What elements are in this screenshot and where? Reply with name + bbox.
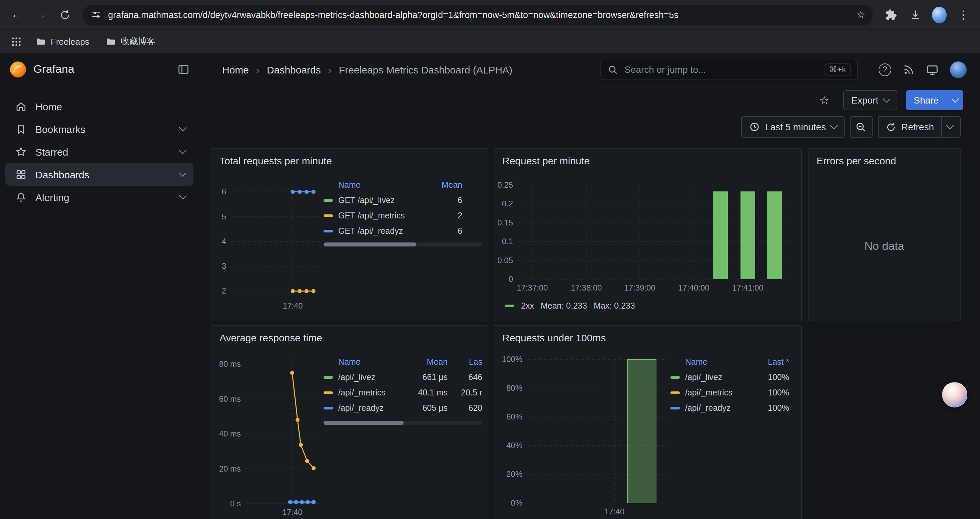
legend-header-row: Name Mean <box>323 177 462 192</box>
legend-sort-mean[interactable]: Mean <box>429 180 462 189</box>
zoom-out-button[interactable] <box>850 116 873 137</box>
sidebar-item-dashboards[interactable]: Dashboards <box>5 163 194 186</box>
legend-row[interactable]: /api/_livez 100% <box>670 369 789 385</box>
collapse-sidebar-button[interactable] <box>177 64 189 75</box>
browser-menu-icon[interactable]: ⋮ <box>952 4 975 26</box>
legend-row[interactable]: /api/_metrics 100% <box>670 385 789 400</box>
chevron-down-icon <box>179 147 187 154</box>
breadcrumb-home[interactable]: Home <box>222 64 249 75</box>
browser-profile-avatar[interactable] <box>928 4 951 26</box>
legend-sort-last[interactable]: Last * <box>753 357 789 366</box>
sidebar-item-label: Starred <box>35 146 68 157</box>
search-box[interactable]: ⌘+k <box>600 59 858 80</box>
sidebar-item-alerting[interactable]: Alerting <box>5 186 194 208</box>
apps-grid-icon[interactable] <box>7 31 25 52</box>
series-name[interactable]: /api/_livez <box>338 372 406 382</box>
sidebar-item-starred[interactable]: Starred <box>5 140 194 163</box>
chevron-down-icon[interactable] <box>946 122 954 129</box>
legend-scrollbar[interactable] <box>323 243 482 246</box>
folder-icon <box>35 37 46 46</box>
grafana-logo[interactable] <box>10 61 27 78</box>
svg-text:17:41:00: 17:41:00 <box>732 283 763 292</box>
sidebar-item-label: Home <box>35 101 62 112</box>
url-text: grafana.mathmast.com/d/deytv4rwavabkb/fr… <box>108 10 850 20</box>
series-color-swatch <box>505 305 514 307</box>
monitor-icon <box>926 63 939 76</box>
site-settings-icon[interactable] <box>91 10 102 20</box>
legend-header-row: Name Last * <box>670 354 789 369</box>
svg-text:0.05: 0.05 <box>497 256 513 265</box>
forward-button[interactable]: → <box>29 4 52 26</box>
svg-text:0.15: 0.15 <box>497 218 513 227</box>
sidebar-item-bookmarks[interactable]: Bookmarks <box>5 118 194 140</box>
help-button[interactable]: ? <box>878 63 891 76</box>
series-name[interactable]: GET /api/_livez <box>338 195 429 205</box>
series-name[interactable]: GET /api/_readyz <box>338 226 429 235</box>
floating-assistant-avatar[interactable] <box>942 382 967 407</box>
extensions-icon[interactable] <box>880 4 903 26</box>
bookmark-folder-blog[interactable]: 收藏博客 <box>99 33 161 50</box>
legend-row[interactable]: /api/_metrics 40.1 ms 20.5 r <box>323 385 482 400</box>
svg-text:17:37:00: 17:37:00 <box>517 283 548 292</box>
legend-sort-name[interactable]: Name <box>338 357 406 366</box>
folder-icon <box>105 37 116 46</box>
sidebar-item-label: Bookmarks <box>35 123 85 134</box>
time-range-label: Last 5 minutes <box>765 121 826 132</box>
series-name[interactable]: /api/_metrics <box>685 388 753 397</box>
legend-row[interactable]: /api/_readyz 605 µs 620 <box>323 400 482 415</box>
reload-button[interactable] <box>53 4 76 26</box>
user-avatar-button[interactable] <box>950 61 967 78</box>
back-button[interactable]: ← <box>5 4 28 26</box>
legend-row[interactable]: GET /api/_metrics 2 <box>323 208 462 223</box>
search-input[interactable] <box>623 64 819 75</box>
scrollbar-thumb[interactable] <box>323 421 404 425</box>
share-menu-button[interactable] <box>947 90 963 110</box>
svg-text:80 ms: 80 ms <box>219 359 241 368</box>
legend-row[interactable]: /api/_livez 661 µs 646 <box>323 369 482 385</box>
legend-scrollbar[interactable] <box>323 421 482 425</box>
bookmark-folder-freeleaps[interactable]: Freeleaps <box>29 34 95 49</box>
url-bar[interactable]: grafana.mathmast.com/d/deytv4rwavabkb/fr… <box>83 4 873 25</box>
news-button[interactable] <box>903 64 915 75</box>
legend-sort-mean[interactable]: Mean <box>406 357 448 366</box>
refresh-button[interactable]: Refresh <box>878 116 961 137</box>
legend-row[interactable]: GET /api/_readyz 6 <box>323 223 462 238</box>
series-name[interactable]: /api/_livez <box>685 372 753 382</box>
series-mean: 6 <box>429 195 462 205</box>
svg-text:40%: 40% <box>506 441 522 450</box>
kebab-menu-icon: ⋮ <box>958 8 969 22</box>
series-mean: 40.1 ms <box>406 388 448 397</box>
series-name[interactable]: GET /api/_metrics <box>338 211 429 220</box>
chevron-down-icon <box>179 124 187 132</box>
time-range-picker[interactable]: Last 5 minutes <box>741 116 845 137</box>
scrollbar-thumb[interactable] <box>323 243 416 246</box>
export-button[interactable]: Export <box>843 90 897 110</box>
bookmark-icon <box>15 123 27 134</box>
downloads-icon[interactable] <box>904 4 927 26</box>
legend-sort-name[interactable]: Name <box>685 357 753 366</box>
share-label: Share <box>914 95 939 105</box>
favorite-dashboard-icon[interactable]: ☆ <box>819 93 830 107</box>
reload-icon <box>59 9 70 21</box>
svg-text:17:40: 17:40 <box>283 508 302 517</box>
legend-sort-name[interactable]: Name <box>338 180 429 189</box>
share-button[interactable]: Share <box>905 90 947 110</box>
legend-row[interactable]: GET /api/_livez 6 <box>323 192 462 208</box>
grafana-sidebar: Grafana Home Bookmarks <box>0 52 199 519</box>
svg-text:0.25: 0.25 <box>497 180 513 189</box>
series-name[interactable]: /api/_metrics <box>338 388 406 397</box>
panel-title[interactable]: Errors per second <box>816 155 896 166</box>
legend-row[interactable]: 2xx Mean: 0.233 Max: 0.233 <box>505 301 635 311</box>
no-data-message: No data <box>808 240 960 253</box>
legend-row[interactable]: /api/_readyz 100% <box>670 400 789 415</box>
breadcrumb-dashboards[interactable]: Dashboards <box>267 64 321 75</box>
rss-icon <box>903 64 915 75</box>
kiosk-mode-button[interactable] <box>926 63 939 76</box>
series-name[interactable]: /api/_readyz <box>338 403 406 412</box>
sidebar-item-home[interactable]: Home <box>5 95 194 118</box>
legend-sort-last[interactable]: Las <box>448 357 482 366</box>
series-color-swatch <box>323 376 333 378</box>
series-name[interactable]: /api/_readyz <box>685 403 753 412</box>
bookmark-star-icon[interactable]: ☆ <box>856 9 865 21</box>
series-name[interactable]: 2xx <box>521 301 534 311</box>
